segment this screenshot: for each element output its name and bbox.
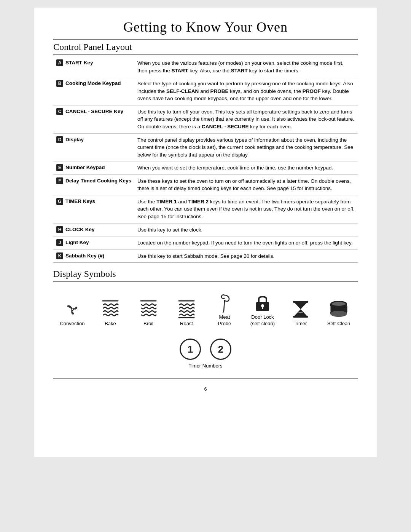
page-title: Getting to Know Your Oven [53, 19, 358, 35]
svg-rect-10 [293, 301, 308, 303]
table-row: FDelay Timed Cooking KeysUse these keys … [53, 174, 358, 195]
timer-circle-2: 2 [210, 339, 231, 360]
row-badge: B [56, 80, 63, 87]
control-panel-divider [53, 54, 358, 55]
row-badge: C [56, 108, 63, 115]
title-divider [53, 39, 358, 40]
svg-point-1 [72, 308, 73, 310]
row-badge: D [56, 136, 63, 143]
bake-label: Bake [105, 321, 116, 327]
symbol-door-lock: Door Lock(self-clean) [247, 291, 278, 327]
row-badge: K [56, 252, 63, 259]
broil-label: Broil [143, 321, 153, 327]
row-badge: J [56, 239, 63, 246]
broil-icon [137, 298, 160, 321]
timer-circle-1: 1 [180, 339, 201, 360]
lock-icon [251, 291, 274, 314]
display-symbols-title: Display Symbols [53, 269, 358, 279]
label-cell: ASTART Key [53, 57, 134, 77]
symbol-self-clean: Self-Clean [323, 298, 354, 327]
svg-point-14 [330, 311, 347, 317]
svg-rect-11 [293, 316, 308, 318]
timer-numbers-container: 1 2 Timer Numbers [53, 339, 358, 369]
table-row: HCLOCK KeyUse this key to set the clock. [53, 223, 358, 236]
label-cell: ENumber Keypad [53, 161, 134, 175]
self-clean-icon [327, 298, 350, 321]
svg-point-15 [332, 302, 346, 306]
table-row: ASTART KeyWhen you use the various featu… [53, 57, 358, 77]
page: Getting to Know Your Oven Control Panel … [34, 8, 377, 457]
svg-rect-9 [262, 307, 263, 309]
table-row: GTIMER KeysUse the TIMER 1 and TIMER 2 k… [53, 195, 358, 223]
probe-label: MeatProbe [218, 314, 231, 327]
symbol-convection: Convection [57, 298, 88, 327]
label-cell: KSabbath Key (#) [53, 249, 134, 263]
desc-cell: Use this key to turn off your oven. This… [134, 105, 358, 133]
table-row: CCANCEL · SECURE KeyUse this key to turn… [53, 105, 358, 133]
desc-cell: Use these keys to set the oven to turn o… [134, 174, 358, 195]
lock-label: Door Lock(self-clean) [250, 314, 275, 327]
symbols-divider [53, 281, 358, 282]
timer-icon [289, 298, 312, 321]
table-row: ENumber KeypadWhen you want to set the t… [53, 161, 358, 175]
label-cell: FDelay Timed Cooking Keys [53, 174, 134, 195]
timer-number-2: 2 [218, 343, 223, 355]
convection-label: Convection [60, 321, 84, 327]
label-cell: DDisplay [53, 133, 134, 161]
row-badge: A [56, 59, 63, 66]
table-row: BCooking Mode KeypadSelect the type of c… [53, 77, 358, 105]
desc-cell: The control panel display provides vario… [134, 133, 358, 161]
table-row: KSabbath Key (#)Use this key to start Sa… [53, 249, 358, 263]
desc-cell: Use this key to set the clock. [134, 223, 358, 236]
label-cell: JLight Key [53, 236, 134, 250]
timer-label: Timer [295, 321, 307, 327]
svg-line-6 [224, 300, 225, 311]
label-cell: GTIMER Keys [53, 195, 134, 223]
label-cell: HCLOCK Key [53, 223, 134, 236]
row-badge: E [56, 164, 63, 171]
page-number: 6 [53, 386, 358, 392]
row-badge: H [56, 226, 63, 233]
desc-cell: Use the TIMER 1 and TIMER 2 keys to time… [134, 195, 358, 223]
display-symbols-section: Display Symbols Convection [53, 269, 358, 369]
symbol-roast: Roast [171, 298, 202, 327]
label-cell: BCooking Mode Keypad [53, 77, 134, 105]
label-cell: CCANCEL · SECURE Key [53, 105, 134, 133]
row-badge: F [56, 177, 63, 184]
desc-cell: Use this key to start Sabbath mode. See … [134, 249, 358, 263]
roast-label: Roast [180, 321, 193, 327]
symbol-bake: Bake [95, 298, 126, 327]
symbol-broil: Broil [133, 298, 164, 327]
desc-cell: When you want to set the temperature, co… [134, 161, 358, 175]
table-row: DDisplayThe control panel display provid… [53, 133, 358, 161]
symbols-row: Convection Bake [53, 291, 358, 327]
control-panel-table: ASTART KeyWhen you use the various featu… [53, 57, 358, 263]
timer-numbers-label: Timer Numbers [188, 363, 222, 369]
row-badge: G [56, 198, 63, 205]
desc-cell: Located on the number keypad. If you nee… [134, 236, 358, 250]
timer-circles-row: 1 2 [180, 339, 231, 360]
bottom-divider [53, 378, 358, 379]
symbol-meat-probe: MeatProbe [209, 291, 240, 327]
table-row: JLight KeyLocated on the number keypad. … [53, 236, 358, 250]
symbol-timer: Timer [285, 298, 316, 327]
self-clean-label: Self-Clean [327, 321, 350, 327]
bake-icon [99, 298, 122, 321]
desc-cell: Select the type of cooking you want to p… [134, 77, 358, 105]
probe-icon [213, 291, 236, 314]
control-panel-section-title: Control Panel Layout [53, 42, 358, 52]
convection-icon [61, 298, 84, 321]
timer-number-1: 1 [188, 343, 193, 355]
roast-icon [175, 298, 198, 321]
desc-cell: When you use the various features (or mo… [134, 57, 358, 77]
